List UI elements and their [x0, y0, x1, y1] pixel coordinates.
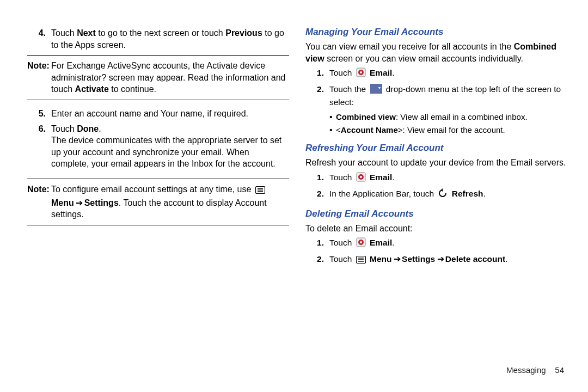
txt: Touch [51, 28, 77, 38]
step-text: Touch Menu ➔ Settings ➔ Delete account. [329, 254, 567, 267]
txt: In the Application Bar, touch [329, 189, 436, 198]
step-num: 1. [305, 68, 329, 81]
bold: Previous [225, 28, 262, 38]
txt: . [392, 238, 394, 247]
step-4: 4. Touch Next to go to the next screen o… [27, 27, 289, 51]
step-text: Touch Email. [329, 237, 567, 250]
note-activate: Note: For Exchange ActiveSync accounts, … [27, 60, 289, 95]
bold: Menu [370, 254, 391, 264]
heading-deleting: Deleting Email Accounts [305, 208, 567, 220]
txt: Touch [329, 68, 354, 77]
step: 1. Touch Email. [305, 68, 567, 81]
txt: Touch [51, 124, 77, 133]
manual-page: 4. Touch Next to go to the next screen o… [0, 0, 588, 392]
svg-point-11 [360, 176, 362, 178]
txt: screen or you can view email accounts in… [324, 54, 523, 63]
txt: Touch [329, 238, 354, 247]
paragraph: You can view email you receive for all a… [305, 41, 567, 64]
step-text: Touch Email. [329, 172, 567, 185]
arrow-icon: ➔ [435, 254, 445, 264]
setup-steps-bottom: 5. Enter an account name and Your name, … [27, 108, 289, 170]
step-num: 6. [27, 123, 51, 170]
step-num: 2. [305, 188, 329, 201]
note-text: To configure email account settings at a… [51, 183, 289, 220]
txt: Touch the [329, 84, 369, 94]
bold: Delete account [445, 254, 505, 264]
txt: . [392, 68, 394, 77]
txt: The device communicates with the appropr… [51, 136, 281, 168]
bold: Email [370, 238, 392, 247]
step-text: Touch Email. [329, 68, 567, 81]
column-left: 4. Touch Next to go to the next screen o… [27, 24, 289, 372]
step-num: 1. [305, 237, 329, 250]
setup-steps-top: 4. Touch Next to go to the next screen o… [27, 27, 289, 51]
refresh-steps: 1. Touch Email. 2. In the Application Ba… [305, 172, 567, 201]
note-label: Note: [27, 183, 51, 220]
step-text: Touch the drop-down menu at the top left… [329, 84, 567, 108]
step: 2. Touch the drop-down menu at the top l… [305, 84, 567, 108]
note-label: Note: [27, 60, 51, 95]
step-num: 2. [305, 84, 329, 108]
bold: Email [370, 173, 392, 182]
svg-point-6 [360, 71, 362, 74]
step-6: 6. Touch Done. The device communicates w… [27, 123, 289, 170]
dropdown-icon [370, 84, 382, 97]
footer-page: 54 [555, 365, 564, 375]
footer-section: Messaging [506, 365, 546, 375]
paragraph: To delete an Email account: [305, 223, 567, 235]
txt: : View all email in a combined inbox. [396, 112, 528, 121]
bold: Email [370, 68, 392, 77]
rule [27, 225, 289, 225]
bold: Activate [75, 84, 109, 94]
txt: . [392, 173, 394, 182]
txt: Touch [329, 173, 354, 182]
txt: . [483, 189, 486, 198]
step-num: 4. [27, 27, 51, 51]
managing-steps: 1. Touch Email. 2. Touch the drop-down [305, 68, 567, 108]
rule [27, 55, 289, 56]
bullet-dot: • [326, 125, 336, 136]
column-right: Managing Your Email Accounts You can vie… [305, 24, 567, 372]
txt: . [99, 124, 101, 133]
txt: < [336, 125, 341, 134]
bold: Combined view [336, 112, 396, 121]
bullet: • Combined view: View all email in a com… [326, 112, 567, 122]
bold: Next [77, 28, 96, 38]
step: 1. Touch Email. [305, 237, 567, 250]
arrow-icon: ➔ [74, 198, 84, 207]
paragraph: Refresh your account to update your devi… [305, 157, 567, 169]
bold: Account Name [341, 125, 398, 134]
delete-steps: 1. Touch Email. 2. Touch Menu ➔ Setting [305, 237, 567, 267]
svg-point-15 [360, 241, 362, 243]
page-footer: Messaging 54 [506, 365, 564, 376]
txt: to continue. [109, 84, 156, 94]
bold: Done [77, 124, 99, 133]
note-configure: Note: To configure email account setting… [27, 183, 289, 220]
bold: Settings [402, 254, 435, 264]
step-text: In the Application Bar, touch Refresh. [329, 188, 567, 201]
txt: to go to the next screen or touch [96, 28, 225, 38]
bullet-dot: • [326, 112, 336, 122]
step: 2. Touch Menu ➔ Settings ➔ Delete accoun… [305, 254, 567, 267]
txt: You can view email you receive for all a… [305, 42, 514, 51]
step-num: 5. [27, 108, 51, 120]
txt: . [505, 254, 507, 264]
step: 2. In the Application Bar, touch Refresh… [305, 188, 567, 201]
note-text: For Exchange ActiveSync accounts, the Ac… [51, 60, 289, 95]
heading-managing: Managing Your Email Accounts [305, 26, 567, 39]
bullet-text: <Account Name>: View email for the accou… [336, 125, 567, 136]
email-icon [356, 172, 366, 185]
step-5: 5. Enter an account name and Your name, … [27, 108, 289, 120]
step: 1. Touch Email. [305, 172, 567, 185]
menu-icon [356, 255, 366, 267]
heading-refreshing: Refreshing Your Email Account [305, 142, 567, 155]
email-icon [356, 68, 366, 81]
rule [27, 179, 289, 179]
svg-marker-12 [441, 188, 443, 192]
txt: Touch [329, 254, 354, 264]
arrow-icon: ➔ [391, 254, 402, 264]
step-text: Enter an account name and Your name, if … [51, 108, 289, 120]
view-options: • Combined view: View all email in a com… [326, 112, 567, 136]
step-text: Touch Next to go to the next screen or t… [51, 27, 289, 51]
svg-rect-7 [370, 84, 382, 94]
